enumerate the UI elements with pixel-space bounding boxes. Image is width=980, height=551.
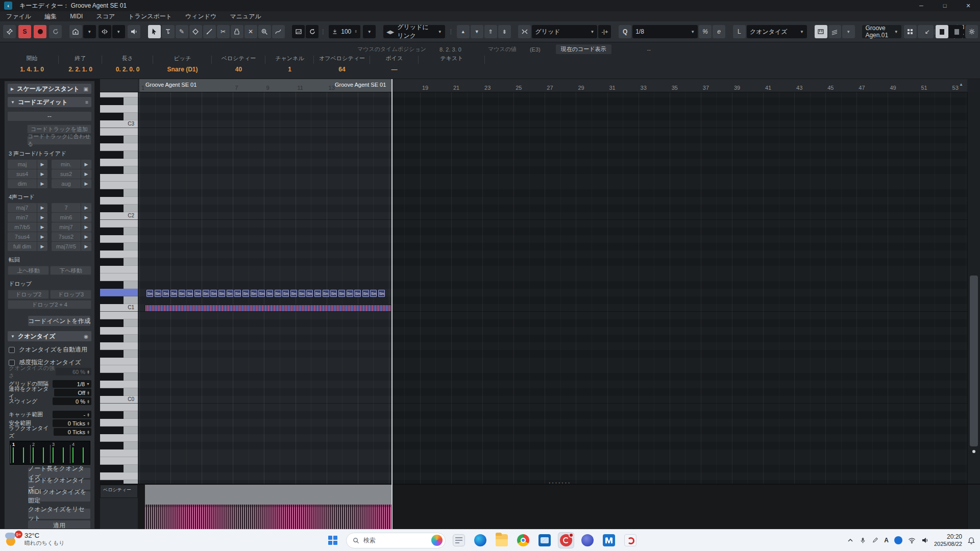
cubase-taskbar-icon-active[interactable]	[558, 532, 574, 548]
chord-button-7sus4[interactable]: 7sus4▶	[8, 232, 47, 241]
midi-note-snare[interactable]: Sn	[306, 290, 313, 297]
info-field-value[interactable]: 40	[212, 66, 265, 73]
wifi-icon[interactable]	[908, 537, 916, 544]
move-up-inversion-button[interactable]: 上へ移動	[8, 266, 49, 275]
outlook-app-icon[interactable]	[536, 532, 553, 548]
auto-apply-checkbox[interactable]	[9, 347, 15, 353]
stepper-icon[interactable]: ▲▼	[87, 391, 90, 395]
midi-note-snare[interactable]: Sn	[179, 290, 185, 297]
quantize-section[interactable]: ▼クオンタイズ◉	[8, 331, 91, 341]
clock[interactable]: 20:20 2025/08/22	[934, 533, 962, 547]
chord-play-arrow-icon[interactable]: ▶	[81, 169, 91, 179]
piano-key-D#0[interactable]	[100, 373, 138, 381]
show-part-borders-button[interactable]	[292, 25, 305, 38]
midi-note-snare[interactable]: Sn	[338, 290, 345, 297]
midi-note-snare[interactable]: Sn	[299, 290, 305, 297]
midi-note-snare[interactable]: Sn	[347, 290, 353, 297]
piano-key-F0[interactable]	[100, 358, 138, 365]
edge-app-icon[interactable]	[472, 532, 488, 548]
lane-splitter-handle[interactable]: ·······	[549, 480, 571, 486]
velocity-lane-label[interactable]: ベロシティー	[100, 485, 138, 498]
midi-note-snare[interactable]: Sn	[162, 290, 169, 297]
piano-key-A0[interactable]	[100, 327, 138, 335]
midi-note-snare[interactable]: Sn	[242, 290, 249, 297]
piano-key-G#-1[interactable]	[100, 427, 138, 434]
piano-key-A#1[interactable]	[100, 228, 138, 235]
midi-note-snare[interactable]: Sn	[354, 290, 361, 297]
piano-key-F-1[interactable]	[100, 449, 138, 457]
pitch-visibility-dropdown[interactable]: ▼	[83, 25, 96, 38]
info-field-value[interactable]: 0. 2. 0. 0	[102, 66, 153, 73]
piano-key-A#2[interactable]	[100, 136, 138, 143]
info-field[interactable]: ベロシティー40	[212, 55, 265, 73]
move-up-octave-button[interactable]: ⇑	[484, 25, 497, 38]
stepper-icon[interactable]: ▲▼	[87, 399, 90, 404]
midi-note-snare[interactable]: Sn	[378, 290, 385, 297]
steinberg-app-icon[interactable]	[622, 532, 639, 548]
piano-key-C#-1[interactable]	[100, 480, 138, 484]
piano-key-D1-selected[interactable]	[100, 289, 138, 296]
piano-key-A1[interactable]	[100, 235, 138, 243]
note-display-grid[interactable]: SnSnSnSnSnSnSnSnSnSnSnSnSnSnSnSnSnSnSnSn…	[138, 92, 967, 484]
velocity-lane[interactable]	[138, 485, 967, 529]
midi-note-snare[interactable]: Sn	[218, 290, 225, 297]
drop2-4-button[interactable]: ドロップ2 + 4	[8, 300, 91, 309]
chord-button-min[interactable]: min.▶	[52, 160, 91, 169]
piano-key-F#0[interactable]	[100, 350, 138, 358]
dense-notes-strip[interactable]	[145, 305, 391, 312]
info-field[interactable]: 開始1. 4. 1. 0	[5, 55, 59, 73]
mic-icon[interactable]	[860, 537, 866, 544]
start-button[interactable]	[325, 532, 341, 548]
independent-track-loop-button[interactable]	[306, 25, 318, 38]
move-down-button[interactable]: ▼	[471, 25, 483, 38]
chord-button-maj[interactable]: maj▶	[8, 160, 47, 169]
quantize-preset-select[interactable]: 1/8 ▼	[632, 25, 698, 38]
pitch-visibility-button[interactable]	[69, 25, 82, 38]
volume-icon[interactable]	[921, 537, 928, 544]
midi-note-snare[interactable]: Sn	[194, 290, 201, 297]
piano-key-A#0[interactable]	[100, 319, 138, 327]
minimize-button[interactable]: ─	[910, 0, 933, 11]
piano-key-B1[interactable]	[100, 220, 138, 228]
piano-key-D#3[interactable]	[100, 97, 138, 105]
menu-item-ファイル[interactable]: ファイル	[6, 12, 31, 21]
pen-icon[interactable]	[872, 537, 878, 544]
info-field-value[interactable]: Snare (D1)	[153, 66, 212, 73]
grid-type-button[interactable]: -|+	[598, 25, 611, 38]
insert-velocity-box[interactable]: 100 ⇕	[329, 25, 360, 38]
pin-tool-button[interactable]	[3, 25, 16, 38]
ime-indicator[interactable]: A	[884, 537, 889, 544]
piano-key-C#2[interactable]	[100, 205, 138, 212]
microsoft365-app-icon[interactable]	[601, 532, 617, 548]
vertical-scrollbar[interactable]	[967, 92, 980, 484]
piano-key-D3[interactable]	[100, 105, 138, 113]
setup-toolbar-button[interactable]	[965, 25, 978, 38]
info-field-value[interactable]: 1. 4. 1. 0	[5, 66, 59, 73]
window-layout-right-button[interactable]	[950, 25, 963, 38]
note-expression-button[interactable]	[828, 25, 841, 38]
timeline-ruler[interactable]: Groove Agent SE 01 Groove Agent SE 01 ▲ …	[138, 79, 967, 92]
midi-note-snare[interactable]: Sn	[290, 290, 297, 297]
piano-key-B2[interactable]	[100, 128, 138, 136]
midi-note-snare[interactable]: Sn	[227, 290, 233, 297]
chord-play-arrow-icon[interactable]: ▶	[37, 169, 47, 179]
piano-key-G2[interactable]	[100, 159, 138, 166]
piano-key-F1[interactable]	[100, 266, 138, 273]
piano-key-G0[interactable]	[100, 342, 138, 350]
piano-key-C2[interactable]: C2	[100, 212, 138, 220]
midi-note-snare[interactable]: Sn	[362, 290, 369, 297]
info-field[interactable]: ボイス—	[370, 55, 419, 73]
chord-button-m7b5[interactable]: m7/b5▶	[8, 222, 47, 232]
piano-key-A2[interactable]	[100, 143, 138, 151]
menu-item-マニュアル[interactable]: マニュアル	[230, 12, 261, 21]
piano-key-G1[interactable]	[100, 251, 138, 258]
midi-note-snare[interactable]: Sn	[266, 290, 273, 297]
record-button[interactable]	[34, 25, 46, 38]
notification-bell-icon[interactable]	[968, 537, 975, 544]
auto-apply-quantize-row[interactable]: クオンタイズを自動適用	[9, 345, 91, 354]
transpositions-dropdown[interactable]: ▼	[112, 25, 125, 38]
chrome-app-icon[interactable]	[515, 532, 531, 548]
chord-button-dim[interactable]: dim▶	[8, 179, 47, 188]
piano-key-D#-1[interactable]	[100, 465, 138, 472]
quantize-icon-button[interactable]: Q	[619, 25, 631, 38]
